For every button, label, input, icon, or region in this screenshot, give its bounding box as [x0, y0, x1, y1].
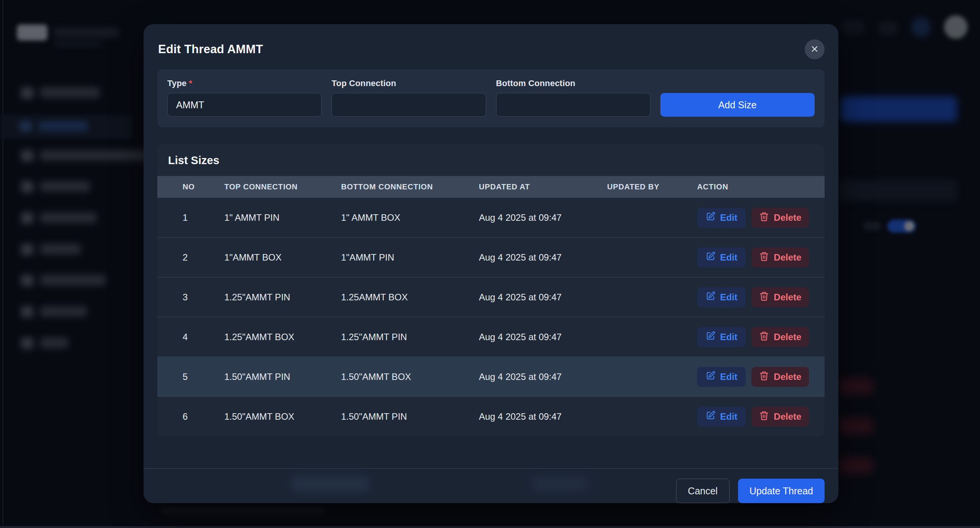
top-connection-label: Top Connection	[332, 78, 486, 88]
col-updated-at: UPDATED AT	[475, 176, 603, 198]
edit-thread-modal: Edit Thread AMMT Type* Top Connection Bo…	[144, 24, 838, 503]
edit-icon	[706, 212, 715, 224]
thread-form: Type* Top Connection Bottom Connection A…	[157, 69, 825, 127]
update-thread-button[interactable]: Update Thread	[738, 479, 825, 503]
size-table-body: 1 1" AMMT PIN 1" AMMT BOX Aug 4 2025 at …	[157, 198, 825, 436]
table-row: 5 1.50"AMMT PIN 1.50"AMMT BOX Aug 4 2025…	[157, 357, 825, 397]
edit-button[interactable]: Edit	[697, 248, 746, 267]
type-label: Type*	[167, 78, 322, 88]
edit-button[interactable]: Edit	[697, 287, 746, 307]
cell-updated-by	[603, 397, 693, 437]
cell-updated-at: Aug 4 2025 at 09:47	[475, 397, 603, 437]
pagination-info-blurred	[291, 476, 369, 492]
list-sizes-card: List Sizes NO TOP CONNECTION BOTTOM CONN…	[157, 144, 825, 436]
cell-updated-by	[603, 277, 693, 317]
col-updated-by: UPDATED BY	[603, 176, 693, 198]
cell-bottom-connection: 1.25AMMT BOX	[337, 277, 475, 317]
cell-updated-at: Aug 4 2025 at 09:47	[475, 198, 603, 238]
top-connection-field: Top Connection	[332, 78, 486, 117]
cell-top-connection: 1" AMMT PIN	[220, 198, 337, 238]
trash-icon	[759, 212, 769, 224]
edit-icon	[706, 371, 715, 383]
cell-no: 5	[157, 357, 220, 397]
modal-header: Edit Thread AMMT	[144, 24, 838, 59]
cell-bottom-connection: 1.25"AMMT PIN	[337, 317, 475, 357]
list-sizes-heading: List Sizes	[157, 144, 825, 176]
cell-updated-by	[603, 357, 693, 397]
cell-bottom-connection: 1"AMMT PIN	[337, 238, 475, 277]
delete-button[interactable]: Delete	[751, 208, 809, 228]
col-top-connection: TOP CONNECTION	[220, 176, 337, 198]
cell-updated-by	[603, 198, 693, 238]
cell-top-connection: 1.25"AMMT BOX	[220, 317, 337, 357]
modal-title: Edit Thread AMMT	[158, 42, 263, 56]
table-row: 1 1" AMMT PIN 1" AMMT BOX Aug 4 2025 at …	[157, 198, 825, 238]
delete-button[interactable]: Delete	[751, 248, 809, 267]
edit-icon	[706, 331, 715, 343]
pagination-controls-blurred	[532, 476, 588, 492]
bottom-connection-field: Bottom Connection	[496, 78, 650, 117]
delete-button[interactable]: Delete	[751, 287, 809, 307]
table-row: 3 1.25"AMMT PIN 1.25AMMT BOX Aug 4 2025 …	[157, 277, 825, 317]
close-icon	[810, 44, 819, 55]
cell-action: Edit Delete	[693, 357, 825, 397]
trash-icon	[759, 371, 769, 383]
cell-bottom-connection: 1.50"AMMT PIN	[337, 397, 475, 437]
cell-updated-at: Aug 4 2025 at 09:47	[475, 277, 603, 317]
close-button[interactable]	[805, 39, 825, 59]
required-asterisk: *	[189, 78, 193, 88]
top-connection-input[interactable]	[332, 93, 486, 117]
edit-button[interactable]: Edit	[697, 208, 746, 228]
cell-bottom-connection: 1.50"AMMT BOX	[337, 357, 475, 397]
table-header-row: NO TOP CONNECTION BOTTOM CONNECTION UPDA…	[157, 176, 825, 198]
cell-no: 3	[157, 277, 220, 317]
table-row: 6 1.50"AMMT BOX 1.50"AMMT PIN Aug 4 2025…	[157, 397, 825, 437]
type-input[interactable]	[167, 93, 322, 117]
trash-icon	[759, 331, 769, 343]
cell-action: Edit Delete	[693, 238, 825, 277]
cell-updated-at: Aug 4 2025 at 09:47	[475, 238, 603, 277]
edit-icon	[706, 291, 715, 303]
cell-no: 2	[157, 238, 220, 277]
bottom-connection-input[interactable]	[496, 93, 650, 117]
edit-icon	[706, 251, 715, 264]
cell-top-connection: 1.50"AMMT PIN	[220, 357, 337, 397]
delete-button[interactable]: Delete	[751, 407, 809, 427]
edit-button[interactable]: Edit	[697, 407, 746, 427]
cell-action: Edit Delete	[693, 277, 825, 317]
cell-action: Edit Delete	[693, 198, 825, 238]
edit-button[interactable]: Edit	[697, 367, 746, 387]
table-row: 2 1"AMMT BOX 1"AMMT PIN Aug 4 2025 at 09…	[157, 238, 825, 277]
cell-top-connection: 1.50"AMMT BOX	[220, 397, 337, 437]
bottom-connection-label: Bottom Connection	[496, 78, 650, 88]
cell-updated-by	[603, 317, 693, 357]
cell-no: 1	[157, 198, 220, 238]
sizes-table: NO TOP CONNECTION BOTTOM CONNECTION UPDA…	[157, 176, 825, 436]
cell-top-connection: 1"AMMT BOX	[220, 238, 337, 277]
cell-bottom-connection: 1" AMMT BOX	[337, 198, 475, 238]
cell-updated-at: Aug 4 2025 at 09:47	[475, 317, 603, 357]
delete-button[interactable]: Delete	[751, 327, 809, 347]
modal-footer: Cancel Update Thread	[144, 468, 838, 503]
cell-no: 6	[157, 397, 220, 437]
trash-icon	[759, 291, 769, 303]
edit-icon	[706, 411, 715, 423]
col-bottom-connection: BOTTOM CONNECTION	[337, 176, 475, 198]
trash-icon	[759, 411, 769, 423]
cell-top-connection: 1.25"AMMT PIN	[220, 277, 337, 317]
trash-icon	[759, 251, 769, 264]
col-no: NO	[157, 176, 220, 198]
table-row: 4 1.25"AMMT BOX 1.25"AMMT PIN Aug 4 2025…	[157, 317, 825, 357]
delete-button[interactable]: Delete	[751, 367, 809, 387]
cell-action: Edit Delete	[693, 397, 825, 437]
cancel-button[interactable]: Cancel	[676, 479, 730, 503]
type-field: Type*	[167, 78, 322, 117]
col-action: ACTION	[693, 176, 825, 198]
add-size-button[interactable]: Add Size	[660, 93, 815, 117]
cell-action: Edit Delete	[693, 317, 825, 357]
edit-button[interactable]: Edit	[697, 327, 746, 347]
cell-no: 4	[157, 317, 220, 357]
cell-updated-at: Aug 4 2025 at 09:47	[475, 357, 603, 397]
cell-updated-by	[603, 238, 693, 277]
